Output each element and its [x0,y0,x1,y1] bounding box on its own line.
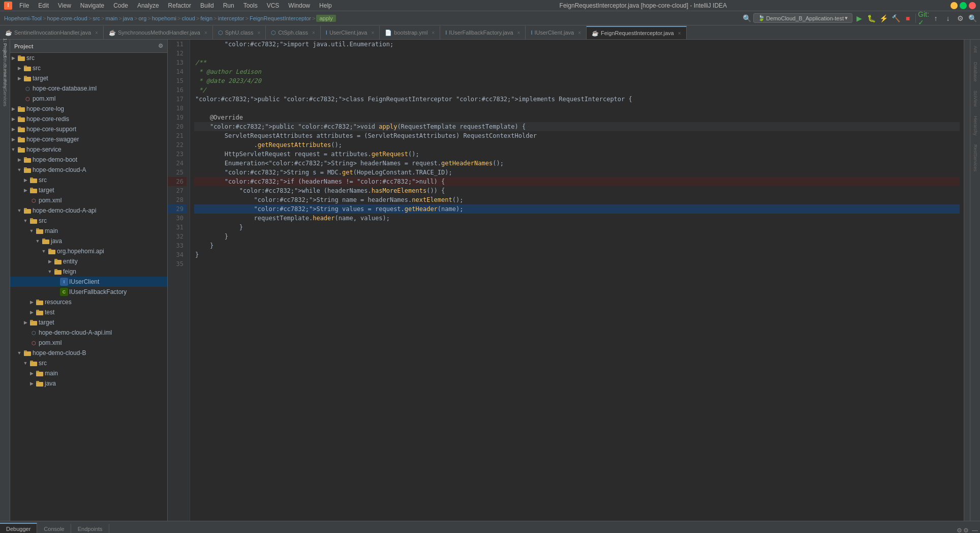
code-line[interactable]: .getRequestAttributes(); [194,140,960,150]
code-content[interactable]: "color:#cc7832;">import java.util.Enumer… [190,40,964,521]
code-line[interactable] [194,49,960,58]
tab-close-synchronous[interactable]: × [204,30,207,36]
code-editor[interactable]: 1112131415161718192021222324252627282930… [168,40,970,521]
breadcrumb-class[interactable]: FeignRequestInterceptor [250,15,311,21]
tree-item[interactable]: ▼hope-service [10,144,167,155]
code-line[interactable]: } [194,250,960,259]
tree-item[interactable]: ▶hope-core-log [10,104,167,114]
endpoints-tab[interactable]: Endpoints [72,524,109,533]
project-settings-icon[interactable]: ⚙ [158,43,163,49]
code-line[interactable]: ServletRequestAttributes attributes = (S… [194,131,960,140]
stop-button[interactable]: ■ [902,13,913,24]
code-line[interactable] [194,259,960,269]
tree-item[interactable]: ▼java [10,236,167,246]
code-line[interactable]: "color:#cc7832;">String s = MDC.get(Hope… [194,168,960,177]
tab-close-sentinel[interactable]: × [95,30,98,36]
tree-item[interactable]: ▼src [10,216,167,226]
tree-item[interactable]: ⬡hope-core-database.iml [10,83,167,94]
tab-bootstrap[interactable]: 📄 bootstrap.yml × [380,26,440,39]
menu-tools[interactable]: Tools [239,1,262,10]
tree-item[interactable]: ▶target [10,73,167,83]
tab-close-sphu[interactable]: × [257,30,260,36]
menu-help[interactable]: Help [315,1,336,10]
tab-close-userclient[interactable]: × [371,30,374,36]
tree-item[interactable]: ▼feign [10,266,167,277]
tab-feignrequestinterceptor[interactable]: ☕ FeignRequestInterceptor.java × [587,26,687,39]
menu-code[interactable]: Code [109,1,132,10]
breadcrumb-interceptor[interactable]: interceptor [218,15,244,21]
settings-icon[interactable]: ⚙ [957,527,962,533]
minimize-panel-icon[interactable]: — [972,527,978,533]
debug-button[interactable]: 🐛 [866,13,877,24]
tree-item[interactable]: ▶src [10,63,167,73]
tree-item[interactable]: ▶hope-core-support [10,124,167,134]
tree-item[interactable]: ▶java [10,378,167,389]
git-push-button[interactable]: ↑ [930,13,941,24]
code-line[interactable]: /** [194,58,960,67]
search-button[interactable]: 🔍 [967,13,978,24]
menu-edit[interactable]: Edit [34,1,53,10]
tree-item[interactable]: ▼src [10,358,167,368]
tree-item[interactable]: ▶hope-core-redis [10,114,167,124]
tree-item[interactable]: ⬡pom.xml [10,338,167,348]
search-everywhere-button[interactable]: 🔍 [741,13,752,24]
tab-close-iuserfallback[interactable]: × [517,30,520,36]
tree-item[interactable]: CIUserFallbackFactory [10,287,167,297]
tree-item[interactable]: ▼hope-demo-cloud-A-api [10,205,167,216]
tab-synchronous[interactable]: ☕ SynchronousMethodHandler.java × [104,26,213,39]
breadcrumb-method[interactable]: apply [316,15,335,22]
tree-item[interactable]: ▶target [10,317,167,328]
database-panel-toggle[interactable]: Database [973,58,978,86]
menu-vcs[interactable]: VCS [263,1,284,10]
tab-close-bootstrap[interactable]: × [432,30,435,36]
build-button[interactable]: 🔨 [890,13,901,24]
tree-item[interactable]: ▶src [10,53,167,63]
menu-window[interactable]: Window [284,1,314,10]
tree-item[interactable]: ▼hope-demo-cloud-B [10,348,167,358]
menu-run[interactable]: Run [219,1,238,10]
tree-item[interactable]: ▼org.hopehomi.api [10,246,167,256]
configure-icon[interactable]: ⚙ [963,527,969,533]
maximize-button[interactable] [960,2,967,9]
code-line[interactable]: */ [194,85,960,95]
code-line[interactable]: requestTemplate.header(name, values); [194,214,960,223]
restservices-panel-toggle[interactable]: 4: RestServices [1,84,9,97]
code-line[interactable]: * @author Ledison [194,67,960,76]
breadcrumb-module[interactable]: hope-core-cloud [47,15,87,21]
breadcrumb-main[interactable]: main [105,15,117,21]
code-line[interactable]: "color:#cc7832;">public "color:#cc7832;"… [194,122,960,131]
code-line[interactable]: Enumeration<"color:#cc7832;">String> hea… [194,159,960,168]
code-line[interactable]: "color:#cc7832;">public "color:#cc7832;"… [194,95,960,104]
sciview-panel-toggle[interactable]: SciView [973,86,978,111]
restservices-right-toggle[interactable]: RestServices [973,140,978,175]
menu-navigate[interactable]: Navigate [76,1,108,10]
tab-iuserclient[interactable]: I IUserClient.java × [526,26,587,39]
code-line[interactable]: } [194,223,960,232]
tab-sentinel[interactable]: ☕ SentinelInvocationHandler.java × [0,26,104,39]
console-tab[interactable]: Console [38,524,71,533]
tree-item[interactable]: ▶target [10,185,167,195]
code-line[interactable]: "color:#cc7832;">while (headerNames.hasM… [194,186,960,195]
git-pull-button[interactable]: ↓ [942,13,954,24]
tree-item[interactable]: ▶src [10,175,167,185]
breadcrumb-cloud[interactable]: cloud [181,15,195,21]
breadcrumb-feign[interactable]: feign [200,15,212,21]
tree-item[interactable]: ▶entity [10,256,167,266]
minimize-button[interactable] [951,2,958,9]
breadcrumb-java[interactable]: java [123,15,133,21]
menu-build[interactable]: Build [196,1,218,10]
tree-item[interactable]: ▶hope-core-swagger [10,134,167,144]
code-line[interactable]: } [194,232,960,241]
menu-file[interactable]: File [15,1,33,10]
run-button[interactable]: ▶ [853,13,865,24]
code-line[interactable]: "color:#cc7832;">String name = headerNam… [194,195,960,204]
tree-item[interactable]: ⬡pom.xml [10,94,167,104]
run-with-coverage-button[interactable]: ⚡ [878,13,889,24]
tab-close-iuserclient[interactable]: × [578,30,581,36]
tree-item[interactable]: ▶main [10,368,167,378]
menu-view[interactable]: View [54,1,75,10]
tree-item[interactable]: ⬡pom.xml [10,195,167,205]
code-line[interactable]: "color:#cc7832;">import java.util.Enumer… [194,40,960,49]
code-line[interactable]: HttpServletRequest request = attributes.… [194,150,960,159]
close-button[interactable] [969,2,976,9]
